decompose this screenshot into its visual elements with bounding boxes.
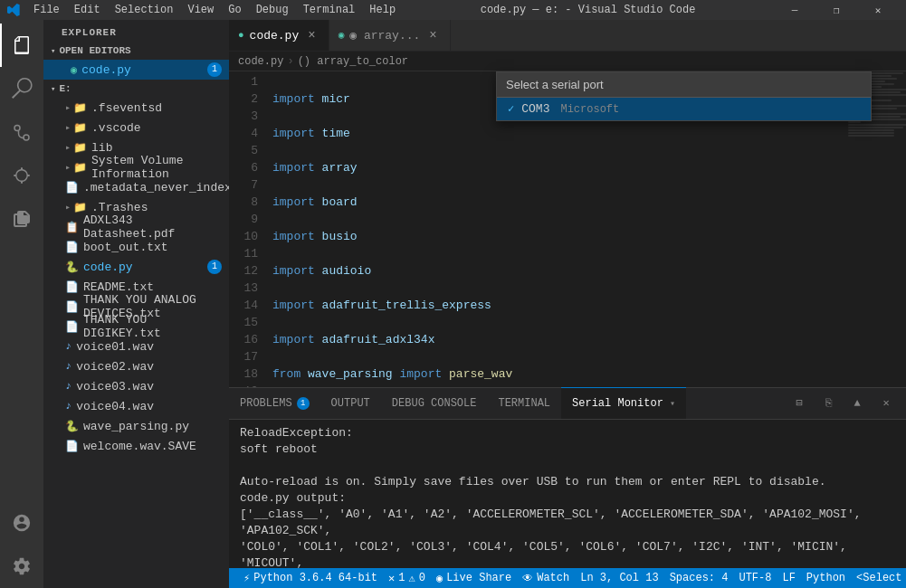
error-icon: ✕ bbox=[388, 572, 395, 585]
panel-copy-btn[interactable]: ⎘ bbox=[815, 394, 841, 413]
tree-boot-out[interactable]: 📄 boot_out.txt bbox=[43, 237, 229, 257]
status-live-share[interactable]: ◉ Live Share bbox=[431, 568, 517, 588]
output-line-6: ['__class__', 'A0', 'A1', 'A2', 'ACCELER… bbox=[240, 507, 895, 539]
vscode-icon bbox=[7, 4, 20, 16]
account-activity-icon[interactable] bbox=[0, 501, 43, 545]
panel-tab-terminal[interactable]: TERMINAL bbox=[487, 387, 561, 419]
tree-adxl-pdf[interactable]: 📋 ADXL343 Datasheet.pdf bbox=[43, 217, 229, 237]
editor-area: ● code.py × ◉ ◉ array... × code.py › () … bbox=[229, 20, 906, 588]
search-activity-icon[interactable] bbox=[0, 67, 43, 110]
status-language[interactable]: Python bbox=[801, 568, 851, 588]
status-watch[interactable]: 👁 Watch bbox=[517, 568, 575, 588]
menu-go[interactable]: Go bbox=[222, 2, 247, 18]
panel-tab-debug-console[interactable]: DEBUG CONSOLE bbox=[381, 387, 488, 419]
tree-fseventsd[interactable]: ▸ 📁 .fseventsd bbox=[43, 98, 229, 118]
activity-bar bbox=[0, 20, 43, 588]
panel-tab-serial-monitor[interactable]: Serial Monitor ▾ bbox=[561, 387, 686, 419]
menu-selection[interactable]: Selection bbox=[109, 2, 180, 18]
open-editors-section[interactable]: ▾ OPEN EDITORS bbox=[43, 42, 229, 60]
tab-bar: ● code.py × ◉ ◉ array... × bbox=[229, 20, 906, 52]
panel-collapse-btn[interactable]: ▲ bbox=[844, 394, 870, 413]
status-cursor-position[interactable]: Ln 3, Col 13 bbox=[575, 568, 663, 588]
tab-array[interactable]: ◉ ◉ array... × bbox=[329, 20, 451, 51]
tree-voice02[interactable]: ♪ voice02.wav bbox=[43, 356, 229, 376]
close-button[interactable]: ✕ bbox=[857, 0, 899, 20]
tab-close-code-py[interactable]: × bbox=[304, 26, 319, 44]
tree-code-py[interactable]: 🐍 code.py 1 bbox=[43, 257, 229, 277]
tree-system-volume[interactable]: ▸ 📁 System Volume Information bbox=[43, 157, 229, 177]
output-line-1: ReloadException: bbox=[240, 425, 895, 441]
breadcrumb-file[interactable]: code.py bbox=[238, 55, 283, 68]
status-spaces[interactable]: Spaces: 4 bbox=[664, 568, 734, 588]
open-editor-code-py[interactable]: ◉ code.py 1 bbox=[43, 60, 229, 80]
extensions-activity-icon[interactable] bbox=[0, 197, 43, 241]
breadcrumb: code.py › () array_to_color bbox=[229, 52, 906, 71]
sidebar-header: EXPLORER bbox=[43, 20, 229, 42]
explorer-activity-icon[interactable] bbox=[0, 24, 43, 67]
tree-voice03[interactable]: ♪ voice03.wav bbox=[43, 376, 229, 396]
source-control-activity-icon[interactable] bbox=[0, 110, 43, 154]
menu-edit[interactable]: Edit bbox=[68, 2, 107, 18]
tab-code-py[interactable]: ● code.py × bbox=[229, 20, 329, 51]
panel-layout-btn[interactable]: ⊟ bbox=[787, 394, 812, 413]
live-share-icon: ◉ bbox=[436, 572, 443, 585]
panel-tab-output[interactable]: OUTPUT bbox=[320, 387, 381, 419]
tab-close-array[interactable]: × bbox=[425, 26, 440, 44]
status-errors[interactable]: ✕ 1 ⚠ 0 bbox=[383, 568, 431, 588]
status-line-ending[interactable]: LF bbox=[777, 568, 800, 588]
debug-activity-icon[interactable] bbox=[0, 154, 43, 197]
menu-view[interactable]: View bbox=[181, 2, 220, 18]
serial-port-com3[interactable]: ✓ COM3 Microsoft bbox=[497, 98, 871, 120]
panel-tab-problems[interactable]: PROBLEMS 1 bbox=[229, 387, 320, 419]
menu-terminal[interactable]: Terminal bbox=[297, 2, 362, 18]
tree-welcome-wav[interactable]: 📄 welcome.wav.SAVE bbox=[43, 436, 229, 456]
settings-activity-icon[interactable] bbox=[0, 545, 43, 588]
output-line-2: soft reboot bbox=[240, 441, 895, 458]
window-controls: — ❐ ✕ bbox=[774, 0, 899, 20]
warning-icon: ⚠ bbox=[409, 572, 415, 585]
panel-content[interactable]: ReloadException: soft reboot Auto-reload… bbox=[229, 420, 906, 568]
output-line-4: Auto-reload is on. Simply save files ove… bbox=[240, 474, 895, 490]
python-icon: ⚡ bbox=[243, 572, 250, 585]
output-line-5: code.py output: bbox=[240, 490, 895, 507]
status-select-programmer[interactable]: <Select Programmer> bbox=[851, 568, 906, 588]
line-numbers: 12345 678910 1112131415 1617181920 21222… bbox=[229, 71, 265, 387]
explorer-e-section[interactable]: ▾ E: bbox=[43, 80, 229, 98]
serial-port-label: COM3 bbox=[521, 102, 549, 116]
watch-icon: 👁 bbox=[522, 572, 533, 585]
menu-bar: File Edit Selection View Go Debug Termin… bbox=[27, 2, 402, 18]
breadcrumb-function[interactable]: () array_to_color bbox=[298, 55, 408, 68]
sidebar: EXPLORER ▾ OPEN EDITORS ◉ code.py 1 ▾ E:… bbox=[43, 20, 229, 588]
window-title: code.py — e: - Visual Studio Code bbox=[402, 4, 774, 16]
menu-debug[interactable]: Debug bbox=[250, 2, 295, 18]
output-line-3 bbox=[240, 458, 895, 474]
tree-voice01[interactable]: ♪ voice01.wav bbox=[43, 337, 229, 356]
serial-port-dropdown: ✓ COM3 Microsoft bbox=[496, 71, 872, 121]
panel-close-btn[interactable]: ✕ bbox=[873, 394, 899, 413]
serial-port-input[interactable] bbox=[497, 72, 871, 98]
minimize-button[interactable]: — bbox=[774, 0, 815, 20]
maximize-button[interactable]: ❐ bbox=[815, 0, 857, 20]
titlebar: File Edit Selection View Go Debug Termin… bbox=[0, 0, 906, 20]
serial-port-sublabel: Microsoft bbox=[560, 103, 619, 116]
tree-voice04[interactable]: ♪ voice04.wav bbox=[43, 396, 229, 416]
panel-toolbar: ⊟ ⎘ ▲ ✕ bbox=[787, 387, 906, 419]
menu-help[interactable]: Help bbox=[363, 2, 402, 18]
tree-thank-digikey[interactable]: 📄 THANK YOU DIGIKEY.txt bbox=[43, 317, 229, 337]
tree-metadata[interactable]: 📄 .metadata_never_index bbox=[43, 177, 229, 197]
panel-tabs: PROBLEMS 1 OUTPUT DEBUG CONSOLE TERMINAL… bbox=[229, 388, 906, 420]
tree-wave-parsing[interactable]: 🐍 wave_parsing.py bbox=[43, 416, 229, 436]
status-python-version[interactable]: ⚡ Python 3.6.4 64-bit bbox=[238, 568, 383, 588]
main-layout: EXPLORER ▾ OPEN EDITORS ◉ code.py 1 ▾ E:… bbox=[0, 20, 906, 588]
checkmark-icon: ✓ bbox=[508, 102, 514, 116]
menu-file[interactable]: File bbox=[27, 2, 66, 18]
output-line-7: 'COL0', 'COL1', 'COL2', 'COL3', 'COL4', … bbox=[240, 539, 895, 568]
panel: PROBLEMS 1 OUTPUT DEBUG CONSOLE TERMINAL… bbox=[229, 387, 906, 568]
status-bar: ⚡ Python 3.6.4 64-bit ✕ 1 ⚠ 0 ◉ Live Sha… bbox=[229, 568, 906, 588]
tree-vscode[interactable]: ▸ 📁 .vscode bbox=[43, 118, 229, 138]
status-encoding[interactable]: UTF-8 bbox=[733, 568, 777, 588]
